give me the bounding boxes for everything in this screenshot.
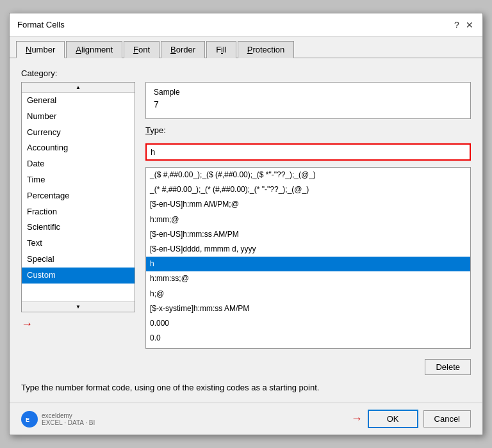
svg-text:E: E <box>26 417 29 423</box>
category-item-accounting[interactable]: Accounting <box>22 140 135 156</box>
format-item-6[interactable]: [$-en-US]dddd, mmmm d, yyyy <box>146 242 470 257</box>
category-item-percentage[interactable]: Percentage <box>22 188 135 204</box>
type-label: Type: <box>145 125 471 135</box>
delete-button[interactable]: Delete <box>425 359 471 375</box>
format-item-1[interactable]: _($ #,##0.00_);_($ (#,##0.00);_($ *"-"??… <box>146 168 470 182</box>
tab-alignment[interactable]: Alignment <box>66 41 122 58</box>
title-bar-controls: ? ✕ <box>452 20 475 30</box>
hint-text: Type the number format code, using one o… <box>21 383 471 392</box>
brand-icon: E <box>21 411 38 428</box>
tab-fill[interactable]: Fill <box>206 41 236 58</box>
brand-text: exceldemy EXCEL · DATA · BI <box>42 412 95 426</box>
category-item-currency[interactable]: Currency <box>22 125 135 141</box>
footer: E exceldemy EXCEL · DATA · BI → OK Cance… <box>10 403 482 435</box>
help-button[interactable]: ? <box>452 20 462 30</box>
dialog-title: Format Cells <box>17 20 65 29</box>
tab-number[interactable]: Number <box>16 41 65 58</box>
category-panel: ▲ General Number Currency Accounting Dat… <box>21 82 135 375</box>
dialog-content: Category: ▲ General Number Currency Acco… <box>10 58 482 403</box>
category-item-number[interactable]: Number <box>22 109 135 125</box>
tab-font[interactable]: Font <box>124 41 160 58</box>
category-item-text[interactable]: Text <box>22 236 135 252</box>
category-item-custom[interactable]: Custom <box>22 268 135 284</box>
sample-value: 7 <box>154 99 463 113</box>
category-label: Category: <box>21 68 471 78</box>
category-item-special[interactable]: Special <box>22 252 135 268</box>
footer-buttons: → OK Cancel <box>351 410 471 428</box>
category-item-time[interactable]: Time <box>22 172 135 188</box>
format-item-8[interactable]: h;@ <box>146 287 470 301</box>
ok-arrow-icon: → <box>351 412 363 426</box>
category-item-date[interactable]: Date <box>22 156 135 172</box>
ok-button[interactable]: OK <box>368 410 418 428</box>
format-list: _($ #,##0.00_);_($ (#,##0.00);_($ *"-"??… <box>146 168 470 348</box>
category-item-fraction[interactable]: Fraction <box>22 204 135 220</box>
format-item-4[interactable]: h:mm;@ <box>146 212 470 227</box>
tab-border[interactable]: Border <box>161 41 205 58</box>
category-list: General Number Currency Accounting Date … <box>22 93 135 301</box>
tab-bar: Number Alignment Font Border Fill Protec… <box>10 36 482 58</box>
category-item-scientific[interactable]: Scientific <box>22 220 135 236</box>
format-item-7[interactable]: h:mm:ss;@ <box>146 271 470 286</box>
brand-name: exceldemy <box>42 412 95 419</box>
format-item-3[interactable]: [$-en-US]h:mm AM/PM;@ <box>146 197 470 212</box>
type-input[interactable] <box>147 145 470 159</box>
brand-section: E exceldemy EXCEL · DATA · BI <box>21 411 95 428</box>
sample-section: Sample 7 <box>145 82 471 119</box>
cancel-button[interactable]: Cancel <box>423 410 471 428</box>
format-item-h[interactable]: h <box>146 257 470 271</box>
category-item-general[interactable]: General <box>22 93 135 109</box>
main-row: ▲ General Number Currency Accounting Dat… <box>21 82 471 375</box>
format-item-9[interactable]: [$-x-systime]h:mm:ss AM/PM <box>146 301 470 316</box>
format-list-container: _($ #,##0.00_);_($ (#,##0.00);_($ *"-"??… <box>145 167 471 349</box>
format-item-5[interactable]: [$-en-US]h:mm:ss AM/PM <box>146 227 470 242</box>
brand-logo-svg: E <box>24 413 35 425</box>
format-item-10[interactable]: 0.000 <box>146 316 470 331</box>
brand-tagline: EXCEL · DATA · BI <box>42 419 95 426</box>
category-list-container: ▲ General Number Currency Accounting Dat… <box>21 82 135 312</box>
right-panel: Sample 7 Type: _($ #,##0.00_);_($ (#,##0… <box>145 82 471 375</box>
tab-protection[interactable]: Protection <box>238 41 295 58</box>
format-item-2[interactable]: _(* #,##0.00_);_(* (#,##0.00);_(* "-"??_… <box>146 182 470 197</box>
format-item-11[interactable]: 0.0 <box>146 331 470 346</box>
delete-row: Delete <box>145 359 471 375</box>
type-input-wrapper <box>145 143 471 161</box>
title-bar: Format Cells ? ✕ <box>10 13 482 36</box>
red-arrow-icon: → <box>21 317 33 331</box>
close-button[interactable]: ✕ <box>464 20 475 30</box>
scroll-up-button[interactable]: ▲ <box>22 83 135 93</box>
sample-label: Sample <box>154 88 463 97</box>
annotation-arrow: → <box>21 317 135 331</box>
format-cells-dialog: Format Cells ? ✕ Number Alignment Font B… <box>9 13 483 435</box>
scroll-down-button[interactable]: ▼ <box>22 301 135 312</box>
